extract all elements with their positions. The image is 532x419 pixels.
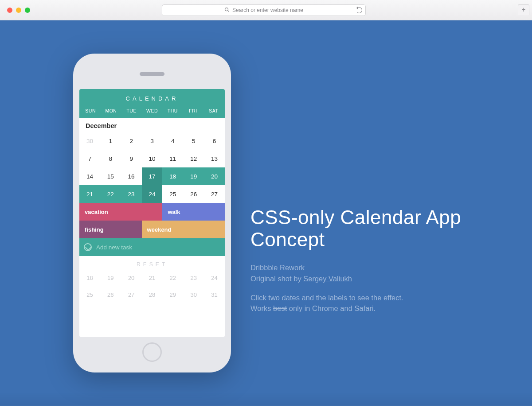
- phone-screen: CALENDAR SUN MON TUE WED THU FRI SAT Dec…: [79, 89, 225, 337]
- calendar-header: CALENDAR SUN MON TUE WED THU FRI SAT: [79, 89, 225, 118]
- phone-mockup: CALENDAR SUN MON TUE WED THU FRI SAT Dec…: [73, 54, 231, 372]
- day-cell[interactable]: 20: [204, 167, 225, 185]
- new-tab-button[interactable]: +: [518, 4, 529, 15]
- minimize-window-button[interactable]: [16, 8, 21, 13]
- day-cell[interactable]: 11: [162, 150, 183, 167]
- month-label: December: [79, 118, 225, 132]
- search-icon: [224, 7, 230, 14]
- subtitle-line-2: Original shot by Sergey Valiukh: [250, 273, 505, 284]
- address-bar[interactable]: Search or enter website name: [162, 4, 366, 16]
- day-cell[interactable]: 17: [142, 167, 163, 185]
- mini-day-cell[interactable]: 25: [79, 286, 100, 303]
- day-cell[interactable]: 23: [121, 185, 142, 203]
- svg-point-0: [225, 8, 228, 11]
- svg-line-1: [228, 10, 229, 12]
- day-of-week-row: SUN MON TUE WED THU FRI SAT: [79, 105, 225, 118]
- dow-sun: SUN: [80, 108, 101, 113]
- mini-day-cell[interactable]: 27: [121, 286, 142, 303]
- add-task-label: Add new task: [96, 244, 132, 251]
- dow-thu: THU: [162, 108, 183, 113]
- day-cell[interactable]: 9: [121, 150, 142, 167]
- day-cell[interactable]: 6: [204, 132, 225, 150]
- event-bar-walk[interactable]: walk: [162, 203, 225, 221]
- day-cell[interactable]: 30: [79, 132, 100, 150]
- tip-line-2: Works best only in Chrome and Safari.: [250, 303, 505, 314]
- close-window-button[interactable]: [7, 8, 12, 13]
- mini-day-cell[interactable]: 20: [121, 269, 142, 286]
- day-cell[interactable]: 12: [183, 150, 204, 167]
- day-cell[interactable]: 24: [142, 185, 163, 203]
- event-bar-fishing[interactable]: fishing: [79, 221, 142, 238]
- day-cell[interactable]: 4: [162, 132, 183, 150]
- mini-day-cell[interactable]: 18: [79, 269, 100, 286]
- day-cell[interactable]: 21: [79, 185, 100, 203]
- hero-copy: CSS-only Calendar App Concept Dribbble R…: [250, 206, 505, 314]
- tip2-strike: best: [273, 304, 287, 312]
- phone-speaker: [140, 72, 164, 76]
- event-bar-vacation[interactable]: vacation: [79, 203, 162, 221]
- dow-wed: WED: [142, 108, 162, 113]
- calendar-grid: 3012345678910111213141516171819202122232…: [79, 132, 225, 203]
- mini-day-cell[interactable]: 24: [204, 269, 225, 286]
- zoom-window-button[interactable]: [25, 8, 30, 13]
- dow-sat: SAT: [203, 108, 224, 113]
- subtitle-line-1: Dribbble Rework: [250, 262, 505, 273]
- mini-day-cell[interactable]: 28: [142, 286, 163, 303]
- day-cell[interactable]: 8: [100, 150, 121, 167]
- page-title: CSS-only Calendar App Concept: [250, 206, 505, 251]
- reload-icon[interactable]: [356, 7, 362, 13]
- address-bar-placeholder: Search or enter website name: [232, 7, 303, 13]
- day-cell[interactable]: 22: [100, 185, 121, 203]
- day-cell[interactable]: 14: [79, 167, 100, 185]
- mini-day-cell[interactable]: 19: [100, 269, 121, 286]
- day-cell[interactable]: 3: [142, 132, 163, 150]
- mini-day-cell[interactable]: 31: [204, 286, 225, 303]
- subtitle-prefix: Original shot by: [250, 275, 303, 283]
- mini-day-cell[interactable]: 26: [100, 286, 121, 303]
- add-new-task-button[interactable]: Add new task: [79, 238, 225, 256]
- tip2-prefix: Works: [250, 304, 273, 312]
- author-link[interactable]: Sergey Valiukh: [303, 275, 352, 283]
- dow-fri: FRI: [183, 108, 203, 113]
- reset-button[interactable]: RESET: [79, 256, 225, 269]
- event-bars: vacation walk fishing weekend: [79, 203, 225, 238]
- phone-home-button[interactable]: [142, 342, 162, 362]
- page-viewport: CALENDAR SUN MON TUE WED THU FRI SAT Dec…: [0, 20, 532, 406]
- mini-day-cell[interactable]: 30: [183, 286, 204, 303]
- day-cell[interactable]: 13: [204, 150, 225, 167]
- tip2-suffix: only in Chrome and Safari.: [287, 304, 376, 312]
- window-shadow: [0, 392, 532, 406]
- phone-body: CALENDAR SUN MON TUE WED THU FRI SAT Dec…: [73, 54, 231, 372]
- day-cell[interactable]: 15: [100, 167, 121, 185]
- day-cell[interactable]: 19: [183, 167, 204, 185]
- day-cell[interactable]: 5: [183, 132, 204, 150]
- tip-line-1: Click two dates and the labels to see th…: [250, 292, 505, 303]
- add-task-icon: [84, 243, 92, 251]
- window-controls: [7, 8, 30, 13]
- day-cell[interactable]: 26: [183, 185, 204, 203]
- mini-calendar: 1819202122232425262728293031: [79, 269, 225, 303]
- day-cell[interactable]: 18: [162, 167, 183, 185]
- day-cell[interactable]: 1: [100, 132, 121, 150]
- calendar-title: CALENDAR: [79, 95, 225, 105]
- mini-day-cell[interactable]: 22: [162, 269, 183, 286]
- dow-mon: MON: [101, 108, 121, 113]
- day-cell[interactable]: 10: [142, 150, 163, 167]
- day-cell[interactable]: 7: [79, 150, 100, 167]
- day-cell[interactable]: 27: [204, 185, 225, 203]
- event-bar-weekend[interactable]: weekend: [142, 221, 225, 238]
- day-cell[interactable]: 2: [121, 132, 142, 150]
- mini-day-cell[interactable]: 29: [162, 286, 183, 303]
- day-cell[interactable]: 25: [162, 185, 183, 203]
- browser-toolbar: Search or enter website name +: [0, 0, 532, 20]
- dow-tue: TUE: [121, 108, 142, 113]
- day-cell[interactable]: 16: [121, 167, 142, 185]
- mini-day-cell[interactable]: 23: [183, 269, 204, 286]
- mini-day-cell[interactable]: 21: [142, 269, 163, 286]
